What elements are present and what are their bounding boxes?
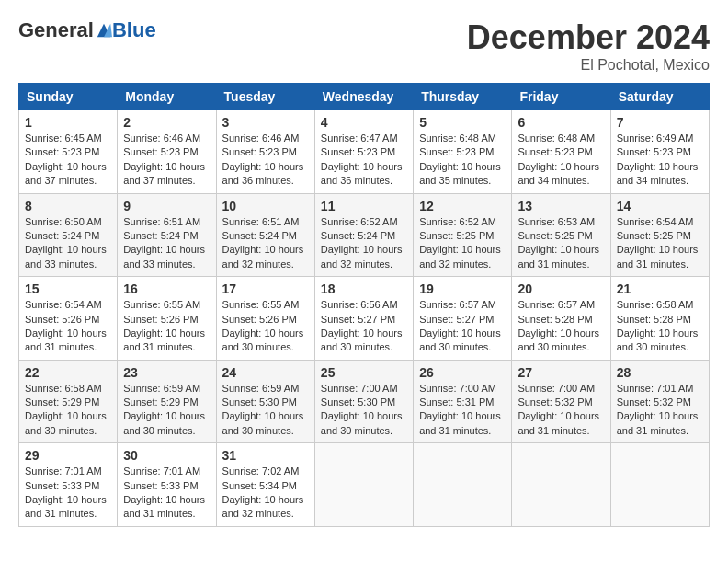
calendar-cell: 9 Sunrise: 6:51 AM Sunset: 5:24 PM Dayli… [118,193,216,277]
day-info: Sunrise: 6:50 AM Sunset: 5:24 PM Dayligh… [25,215,111,272]
day-info: Sunrise: 6:51 AM Sunset: 5:24 PM Dayligh… [123,215,210,272]
sunrise-label: Sunrise: 6:48 AM [419,132,496,144]
sunset-label: Sunset: 5:30 PM [222,396,297,408]
day-info: Sunrise: 6:52 AM Sunset: 5:25 PM Dayligh… [419,215,506,272]
sunset-label: Sunset: 5:34 PM [222,480,297,491]
daylight-label: Daylight: 10 hours and 32 minutes. [222,244,304,269]
calendar-cell: 29 Sunrise: 7:01 AM Sunset: 5:33 PM Dayl… [19,443,118,527]
calendar-cell: 21 Sunrise: 6:58 AM Sunset: 5:28 PM Dayl… [610,277,709,361]
sunrise-label: Sunrise: 6:55 AM [123,299,200,310]
calendar-cell: 8 Sunrise: 6:50 AM Sunset: 5:24 PM Dayli… [19,193,118,277]
calendar-cell [414,443,512,527]
calendar-header-monday: Monday [118,84,216,110]
day-info: Sunrise: 6:53 AM Sunset: 5:25 PM Dayligh… [518,215,604,272]
day-number: 21 [617,282,703,296]
calendar-cell: 5 Sunrise: 6:48 AM Sunset: 5:23 PM Dayli… [414,110,512,194]
sunrise-label: Sunrise: 6:45 AM [25,132,102,144]
sunrise-label: Sunrise: 6:57 AM [419,299,496,310]
calendar-header-sunday: Sunday [19,84,118,110]
day-info: Sunrise: 7:02 AM Sunset: 5:34 PM Dayligh… [222,465,309,522]
calendar-cell: 22 Sunrise: 6:58 AM Sunset: 5:29 PM Dayl… [19,360,118,443]
sunrise-label: Sunrise: 6:58 AM [617,299,694,310]
day-number: 26 [419,365,506,380]
day-info: Sunrise: 7:00 AM Sunset: 5:32 PM Dayligh… [518,382,604,439]
calendar-header-thursday: Thursday [414,84,512,110]
sunrise-label: Sunrise: 7:00 AM [518,383,595,394]
day-info: Sunrise: 6:55 AM Sunset: 5:26 PM Dayligh… [123,298,210,355]
calendar-week-2: 8 Sunrise: 6:50 AM Sunset: 5:24 PM Dayli… [19,193,710,277]
sunrise-label: Sunrise: 6:55 AM [222,299,300,310]
calendar-header-row: SundayMondayTuesdayWednesdayThursdayFrid… [19,84,710,110]
day-number: 19 [419,282,506,296]
day-info: Sunrise: 6:58 AM Sunset: 5:29 PM Dayligh… [25,382,111,439]
calendar-cell: 28 Sunrise: 7:01 AM Sunset: 5:32 PM Dayl… [610,360,709,443]
calendar-cell: 6 Sunrise: 6:48 AM Sunset: 5:23 PM Dayli… [512,110,610,194]
day-number: 31 [222,448,309,463]
daylight-label: Daylight: 10 hours and 30 minutes. [222,327,304,352]
sunset-label: Sunset: 5:24 PM [123,230,198,241]
calendar-cell: 18 Sunrise: 6:56 AM Sunset: 5:27 PM Dayl… [314,277,413,361]
title-block: December 2024 El Pochotal, Mexico [467,18,710,74]
calendar-cell: 10 Sunrise: 6:51 AM Sunset: 5:24 PM Dayl… [216,193,314,277]
calendar-cell: 16 Sunrise: 6:55 AM Sunset: 5:26 PM Dayl… [118,277,216,361]
day-info: Sunrise: 6:45 AM Sunset: 5:23 PM Dayligh… [25,132,111,189]
calendar-cell: 24 Sunrise: 6:59 AM Sunset: 5:30 PM Dayl… [216,360,314,443]
calendar-week-4: 22 Sunrise: 6:58 AM Sunset: 5:29 PM Dayl… [19,360,710,443]
calendar-header-tuesday: Tuesday [216,84,314,110]
day-info: Sunrise: 7:01 AM Sunset: 5:32 PM Dayligh… [617,382,703,439]
day-info: Sunrise: 6:46 AM Sunset: 5:23 PM Dayligh… [222,132,309,189]
day-number: 22 [25,365,111,380]
sunset-label: Sunset: 5:25 PM [518,230,592,241]
day-number: 28 [617,365,703,380]
sunrise-label: Sunrise: 6:51 AM [123,216,200,227]
daylight-label: Daylight: 10 hours and 34 minutes. [617,161,699,186]
calendar-cell: 25 Sunrise: 7:00 AM Sunset: 5:30 PM Dayl… [314,360,413,443]
daylight-label: Daylight: 10 hours and 33 minutes. [25,244,107,269]
month-title: December 2024 [467,18,710,57]
sunrise-label: Sunrise: 6:59 AM [123,383,200,394]
sunrise-label: Sunrise: 6:49 AM [617,132,694,144]
daylight-label: Daylight: 10 hours and 35 minutes. [419,161,501,186]
calendar-week-1: 1 Sunrise: 6:45 AM Sunset: 5:23 PM Dayli… [19,110,710,194]
sunrise-label: Sunrise: 6:57 AM [518,299,595,310]
logo-general-text: General [18,18,94,42]
sunset-label: Sunset: 5:28 PM [617,314,691,325]
daylight-label: Daylight: 10 hours and 31 minutes. [25,494,107,519]
daylight-label: Daylight: 10 hours and 33 minutes. [123,244,205,269]
daylight-label: Daylight: 10 hours and 30 minutes. [419,327,501,352]
sunrise-label: Sunrise: 6:50 AM [25,216,102,227]
daylight-label: Daylight: 10 hours and 32 minutes. [222,494,304,519]
sunset-label: Sunset: 5:29 PM [25,396,99,408]
day-info: Sunrise: 6:54 AM Sunset: 5:25 PM Dayligh… [617,215,703,272]
day-number: 29 [25,448,111,463]
sunrise-label: Sunrise: 6:48 AM [518,132,595,144]
sunrise-label: Sunrise: 6:52 AM [321,216,398,227]
logo-icon [96,22,112,39]
day-info: Sunrise: 6:58 AM Sunset: 5:28 PM Dayligh… [617,298,703,355]
day-info: Sunrise: 7:00 AM Sunset: 5:30 PM Dayligh… [321,382,407,439]
calendar-cell: 3 Sunrise: 6:46 AM Sunset: 5:23 PM Dayli… [216,110,314,194]
sunrise-label: Sunrise: 6:59 AM [222,383,300,394]
day-number: 10 [222,199,309,213]
sunset-label: Sunset: 5:23 PM [25,146,99,157]
day-number: 9 [123,199,210,213]
calendar-header-friday: Friday [512,84,610,110]
daylight-label: Daylight: 10 hours and 36 minutes. [321,161,403,186]
calendar-cell: 14 Sunrise: 6:54 AM Sunset: 5:25 PM Dayl… [610,193,709,277]
day-number: 20 [518,282,604,296]
sunset-label: Sunset: 5:29 PM [123,396,198,408]
sunset-label: Sunset: 5:26 PM [123,314,198,325]
sunset-label: Sunset: 5:27 PM [321,314,395,325]
day-number: 30 [123,448,210,463]
day-info: Sunrise: 6:55 AM Sunset: 5:26 PM Dayligh… [222,298,309,355]
sunset-label: Sunset: 5:26 PM [222,314,297,325]
day-number: 17 [222,282,309,296]
sunrise-label: Sunrise: 6:53 AM [518,216,595,227]
daylight-label: Daylight: 10 hours and 31 minutes. [25,327,107,352]
day-info: Sunrise: 7:01 AM Sunset: 5:33 PM Dayligh… [25,465,111,522]
calendar-cell: 7 Sunrise: 6:49 AM Sunset: 5:23 PM Dayli… [610,110,709,194]
sunset-label: Sunset: 5:24 PM [25,230,99,241]
sunrise-label: Sunrise: 7:01 AM [123,465,200,477]
calendar-table: SundayMondayTuesdayWednesdayThursdayFrid… [18,83,710,527]
calendar-cell: 20 Sunrise: 6:57 AM Sunset: 5:28 PM Dayl… [512,277,610,361]
